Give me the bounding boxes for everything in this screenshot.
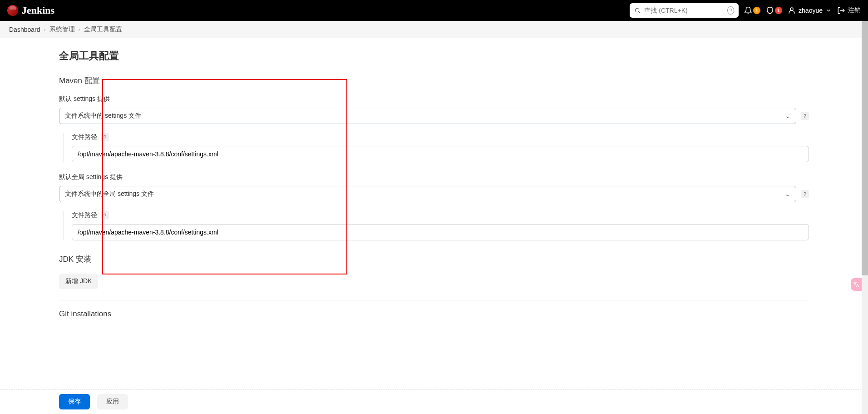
logout-icon — [837, 6, 845, 15]
jdk-section-title: JDK 安装 — [59, 254, 809, 264]
svg-point-0 — [635, 8, 639, 12]
notifications-button[interactable]: 1 — [744, 6, 760, 15]
user-icon — [788, 6, 796, 15]
chevron-down-icon — [825, 7, 832, 14]
default-global-settings-select[interactable]: 文件系统中的全局 settings 文件 ⌄ — [59, 186, 796, 202]
settings-filepath-input[interactable] — [72, 146, 809, 162]
jenkins-logo-icon — [7, 5, 18, 16]
help-icon[interactable]: ? — [801, 112, 809, 120]
bell-icon — [744, 6, 752, 15]
default-settings-label: 默认 settings 提供 — [59, 95, 809, 103]
git-section-title: Git installations — [59, 309, 809, 319]
page-title: 全局工具配置 — [59, 49, 809, 63]
brand-text: Jenkins — [22, 5, 54, 16]
security-button[interactable]: 1 — [766, 6, 782, 15]
chevron-right-icon: › — [79, 26, 80, 33]
user-menu[interactable]: zhaoyue — [788, 6, 832, 15]
global-settings-filepath-group: 文件路径 ? — [63, 211, 809, 240]
translate-icon — [853, 281, 859, 288]
top-header: Jenkins ? 1 1 zhaoyue 注销 — [0, 0, 868, 21]
chevron-right-icon: › — [44, 26, 46, 33]
default-settings-select[interactable]: 文件系统中的 settings 文件 ⌄ — [59, 108, 796, 124]
breadcrumb-item-manage[interactable]: 系统管理 — [48, 24, 77, 35]
settings-filepath-group: 文件路径 ? — [63, 133, 809, 162]
default-settings-select-value: 文件系统中的 settings 文件 — [65, 112, 141, 120]
search-input[interactable] — [644, 7, 724, 14]
help-icon[interactable]: ? — [101, 133, 109, 141]
svg-line-1 — [639, 12, 640, 13]
breadcrumb-item-current[interactable]: 全局工具配置 — [82, 24, 124, 35]
brand-area[interactable]: Jenkins — [7, 5, 54, 16]
default-global-settings-select-value: 文件系统中的全局 settings 文件 — [65, 190, 154, 198]
main-content: 全局工具配置 Maven 配置 默认 settings 提供 文件系统中的 se… — [0, 38, 868, 364]
header-actions: ? 1 1 zhaoyue 注销 — [630, 3, 861, 18]
shield-icon — [766, 6, 774, 15]
file-path-label: 文件路径 — [72, 211, 97, 219]
default-global-settings-label: 默认全局 settings 提供 — [59, 173, 809, 181]
scrollbar[interactable] — [862, 21, 868, 364]
help-icon[interactable]: ? — [101, 211, 109, 219]
file-path-label: 文件路径 — [72, 133, 97, 141]
chevron-down-icon: ⌄ — [785, 112, 790, 120]
logout-link[interactable]: 注销 — [837, 6, 861, 15]
add-jdk-button[interactable]: 新增 JDK — [59, 274, 98, 289]
maven-section-title: Maven 配置 — [59, 75, 809, 86]
logout-label: 注销 — [848, 6, 861, 15]
svg-point-2 — [790, 8, 793, 10]
help-icon[interactable]: ? — [801, 190, 809, 198]
breadcrumb-item-dashboard[interactable]: Dashboard — [7, 24, 42, 35]
scrollbar-thumb[interactable] — [862, 21, 868, 275]
notif-badge: 1 — [753, 7, 760, 14]
username-label: zhaoyue — [799, 7, 823, 14]
search-help-icon[interactable]: ? — [727, 6, 734, 15]
chevron-down-icon: ⌄ — [785, 190, 790, 198]
breadcrumb: Dashboard › 系统管理 › 全局工具配置 — [0, 21, 868, 38]
section-divider — [59, 300, 809, 300]
search-box[interactable]: ? — [630, 3, 739, 18]
global-settings-filepath-input[interactable] — [72, 224, 809, 240]
security-badge: 1 — [775, 7, 782, 14]
search-icon — [634, 6, 641, 15]
floating-translate-button[interactable] — [851, 278, 862, 291]
